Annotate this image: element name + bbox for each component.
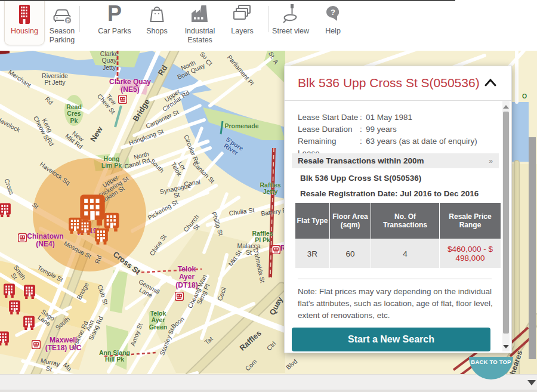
table-column-header: Floor Area (sqm) [330,203,371,239]
table-cell: $460,000 - $ 498,000 [440,239,501,268]
svg-text:P: P [107,2,122,25]
lease-row: Lease Start Date : 01 May 1981 [298,112,477,124]
toolbar-item-layers[interactable]: Layers [219,1,266,36]
toolbar-item-label: Help [310,27,356,36]
panel-divider [285,100,511,101]
note-text: Note: Flat prices may vary depending on … [298,286,495,322]
toolbar-separator [79,6,80,32]
housing-marker-icon[interactable] [0,203,11,220]
scroll-down-icon[interactable] [503,345,509,351]
table-column-header: No. Of Transactions [371,203,439,239]
resale-table: Flat TypeFloor Area (sqm)No. Of Transact… [295,202,501,268]
resale-bar-label: Resale Transactions within 200m [298,156,424,165]
colon: : [360,112,366,124]
toolbar-item-label: Layers [219,27,266,36]
toolbar-item-car-parks[interactable]: P Car Parks [91,1,138,36]
toolbar-item-shops[interactable]: Shops [134,1,180,36]
selected-block-cluster-icon[interactable] [94,228,109,247]
mrt-station-icon[interactable] [32,340,41,351]
registration-date: Resale Registration Date: Jul 2016 to De… [300,189,479,198]
collapse-chevron-icon[interactable] [483,77,498,91]
street-view-icon [267,1,314,25]
page-scrollbar-thumb[interactable] [529,137,536,359]
lease-label: Lease Duration [298,124,360,135]
industrial-estates-icon [177,1,223,25]
layers-icon [219,1,266,25]
mrt-station-icon[interactable] [18,233,27,245]
lease-details: Lease Start Date : 01 May 1981 Lease Dur… [298,112,477,159]
bottom-bar [0,374,537,392]
panel-scrollbar-thumb[interactable] [503,112,509,334]
toolbar-item-label: Season Parking [39,27,85,45]
season-parking-icon: P [39,1,85,25]
toolbar-item-label: Car Parks [91,27,138,36]
map-label: Chinatown (NE4) [27,233,63,249]
map-label: Riverside Pt Jetty [42,73,68,87]
toolbar-item-label: Street view [267,27,314,36]
start-new-search-button[interactable]: Start a New Search [292,328,490,351]
table-column-header: Resale Price Range [440,203,501,239]
bottom-edge [0,390,537,392]
panel-scrollbar[interactable] [502,101,510,351]
toolbar-item-label: Shops [134,27,180,36]
toolbar-item-industrial-estates[interactable]: Industrial Estates [177,1,223,45]
map-label: O [522,93,527,100]
chevron-right-icon: » [489,157,493,165]
mrt-station-icon[interactable] [271,245,280,257]
map-label: Telok Ayer (DT18) [175,266,197,289]
table-column-header: Flat Type [295,203,329,239]
housing-marker-icon[interactable] [0,331,10,348]
table-cell: 4 [371,239,439,268]
map-label: Clarke Quay Jetty [100,51,118,71]
map-label: Hong Lim Pk [101,156,122,169]
housing-marker-icon[interactable] [3,283,16,300]
mrt-station-icon[interactable] [175,292,184,303]
app-window: Housing P Season Parking P [0,0,537,392]
svg-text:?: ? [331,8,335,17]
help-icon: ? [310,1,356,25]
car-parks-icon: P [91,1,138,25]
map-label: Maxwell (TE18) U/C [45,337,82,353]
lease-value: 01 May 1981 [366,112,412,124]
page-scroll-down-icon[interactable] [527,380,536,390]
table-row: 3R604$460,000 - $ 498,000 [295,239,501,268]
map-label: Read Cres Pk [66,104,82,124]
housing-marker-icon[interactable] [8,300,21,317]
housing-marker-icon[interactable] [23,316,35,332]
map-label: Promenade [224,123,258,129]
lease-row: Lease Duration : 99 years [298,124,477,135]
lease-value: 99 years [366,124,397,135]
lease-label: Lease Start Date [298,112,360,124]
toolbar-item-season-parking[interactable]: P Season Parking [39,1,85,45]
colon: : [360,124,366,135]
map-label: Telok Ayer Green [149,310,167,331]
housing-marker-icon[interactable] [23,285,36,301]
toolbar-item-street-view[interactable]: Street view [267,1,314,36]
map-label: Raffles Jetty [260,182,280,196]
block-name: Blk 536 Upp Cross St S(050536) [300,174,421,183]
scroll-up-icon[interactable] [503,102,509,109]
toolbar-item-help[interactable]: ? Help [310,1,356,36]
table-cell: 3R [295,239,329,268]
map-label: Clarke Quay (NE5) [109,78,151,94]
toolbar: Housing P Season Parking P [0,0,537,51]
shops-icon [134,1,180,25]
resale-transactions-bar[interactable]: Resale Transactions within 200m » [292,153,499,168]
table-cell: 60 [330,239,371,268]
info-panel: Blk 536 Upp Cross St S(050536) Lease Sta… [284,66,512,353]
panel-title: Blk 536 Upp Cross St S(050536) [298,76,483,90]
map-label: Ann Siang Hill Pk [99,350,130,363]
svg-text:P: P [66,18,70,24]
top-border-line [0,0,455,1]
toolbar-item-label: Industrial Estates [177,27,223,45]
mrt-station-icon[interactable] [118,95,127,106]
panel-rule [298,279,492,279]
selected-block-cluster-icon[interactable] [79,220,92,237]
